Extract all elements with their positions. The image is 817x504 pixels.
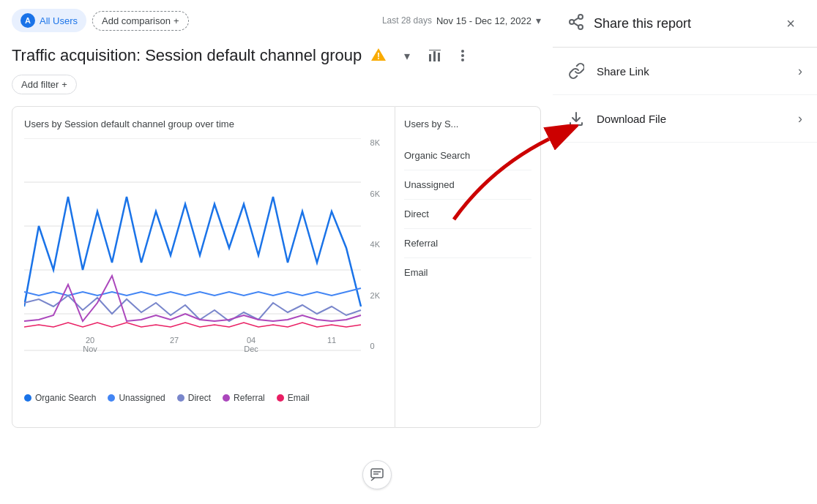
svg-rect-3: [433, 51, 436, 61]
legend-item-referral: Referral: [223, 393, 265, 403]
svg-line-30: [574, 23, 579, 26]
right-legend-organic: Organic Search: [404, 141, 531, 170]
svg-text:27: 27: [170, 336, 179, 345]
svg-rect-21: [371, 469, 383, 478]
svg-text:Nov: Nov: [83, 345, 97, 353]
more-options-button[interactable]: [451, 44, 474, 67]
share-header: Share this report ×: [553, 0, 817, 48]
page-title: Traffic acquisition: Session default cha…: [12, 46, 362, 65]
svg-text:!: !: [377, 51, 380, 61]
warning-icon: !: [370, 47, 387, 64]
share-link-chevron-icon: ›: [798, 64, 802, 79]
legend-dot-unassigned: [108, 394, 115, 402]
right-legend-email: Email: [404, 258, 531, 287]
svg-text:04: 04: [247, 336, 255, 345]
chart-left: Users by Session default channel group o…: [12, 106, 395, 428]
download-icon: [567, 110, 585, 127]
svg-rect-2: [429, 54, 431, 61]
download-file-option[interactable]: Download File ›: [553, 95, 817, 143]
link-icon: [567, 62, 585, 80]
plus-icon: +: [61, 79, 67, 90]
legend-dot-referral: [223, 394, 230, 402]
right-legend-referral: Referral: [404, 229, 531, 258]
svg-text:11: 11: [327, 336, 336, 345]
feedback-button[interactable]: [362, 460, 392, 489]
add-filter-button[interactable]: Add filter +: [12, 75, 77, 94]
filter-row: Add filter +: [12, 75, 541, 94]
legend-item-email: Email: [277, 393, 310, 403]
download-file-chevron-icon: ›: [798, 111, 802, 127]
svg-rect-4: [438, 53, 440, 61]
svg-text:20: 20: [86, 336, 94, 345]
legend-dot-email: [277, 394, 284, 402]
svg-point-27: [570, 20, 574, 24]
svg-point-8: [461, 59, 464, 61]
dropdown-button[interactable]: ▾: [395, 44, 419, 67]
svg-point-7: [461, 54, 464, 57]
top-bar: A All Users Add comparison + Last 28 day…: [12, 9, 541, 32]
legend-dot-direct: [177, 394, 184, 402]
svg-line-29: [574, 18, 579, 20]
title-icons: ▾: [395, 44, 474, 67]
line-chart-svg: 20 Nov 27 04 Dec 11: [24, 138, 383, 358]
chevron-down-icon: ▾: [536, 15, 541, 26]
svg-text:Dec: Dec: [244, 345, 258, 353]
top-bar-left: A All Users Add comparison +: [12, 9, 189, 32]
svg-point-26: [578, 15, 583, 19]
download-file-label: Download File: [597, 113, 666, 125]
chart-legend: Organic Search Unassigned Direct Referra…: [24, 393, 383, 403]
chart-left-title: Users by Session default channel group o…: [24, 119, 383, 129]
svg-rect-5: [429, 50, 441, 50]
share-link-option[interactable]: Share Link ›: [553, 48, 817, 95]
share-icon: [567, 13, 585, 34]
svg-point-6: [461, 50, 464, 53]
chart-right-title: Users by S...: [404, 119, 531, 129]
all-users-button[interactable]: A All Users: [12, 9, 86, 32]
main-content: A All Users Add comparison + Last 28 day…: [0, 0, 553, 504]
legend-item-direct: Direct: [177, 393, 211, 403]
chart-right: Users by S... Organic Search Unassigned …: [395, 106, 541, 428]
share-header-left: Share this report: [567, 13, 691, 34]
svg-point-28: [578, 25, 583, 29]
add-comparison-button[interactable]: Add comparison +: [92, 11, 189, 31]
chart-svg-container: 8K 6K 4K 2K 0: [24, 138, 383, 387]
user-avatar: A: [20, 13, 35, 28]
close-panel-button[interactable]: ×: [779, 12, 802, 35]
legend-item-unassigned: Unassigned: [108, 393, 165, 403]
right-legend-unassigned: Unassigned: [404, 170, 531, 200]
plus-icon: +: [174, 15, 179, 26]
date-range-picker[interactable]: Last 28 days Nov 15 - Dec 12, 2022 ▾: [382, 15, 541, 26]
share-panel-title: Share this report: [594, 16, 691, 31]
right-legend-direct: Direct: [404, 200, 531, 229]
legend-item-organic: Organic Search: [24, 393, 96, 403]
title-row: Traffic acquisition: Session default cha…: [12, 44, 541, 67]
chart-section: Users by Session default channel group o…: [12, 106, 541, 428]
share-panel: Share this report × Share Link ›: [553, 0, 817, 504]
chart-type-button[interactable]: [423, 44, 447, 67]
y-axis-labels: 8K 6K 4K 2K 0: [370, 138, 380, 350]
legend-dot-organic: [24, 394, 31, 402]
